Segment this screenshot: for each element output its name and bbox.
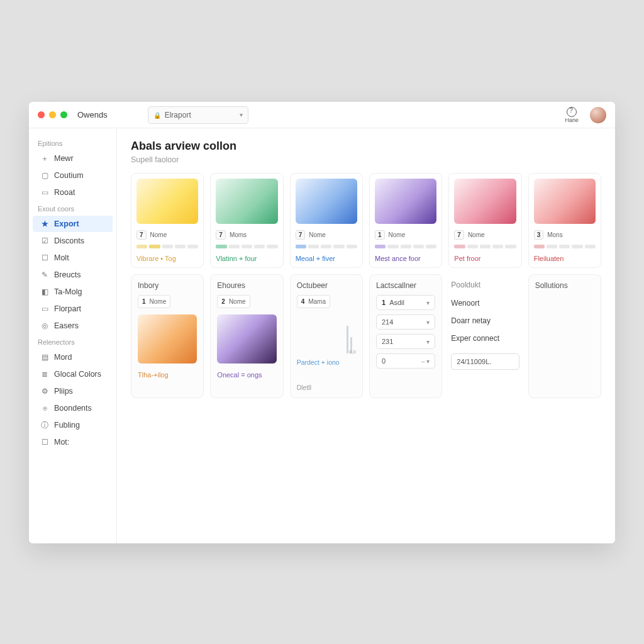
sidebar-item-mewr[interactable]: Mewr <box>33 150 113 167</box>
sidebar-item-boondents[interactable]: Boondents <box>33 400 113 416</box>
card-footer: Vlatinn + four <box>216 255 277 262</box>
card-footer: Meoal + fiver <box>296 255 357 262</box>
panel-link[interactable]: Exper connect <box>451 330 519 347</box>
color-card[interactable]: 7MomsVlatinn + four <box>210 173 283 268</box>
sidebar-item-label: Coutium <box>54 171 84 180</box>
screen-icon <box>40 304 49 313</box>
plus-icon <box>40 154 49 163</box>
panel-line: Pardect + iono <box>297 358 356 366</box>
close-dot[interactable] <box>38 111 45 118</box>
panel-row: Inbory 1 Nome Tlha-+ilog Ehoures 2 Nome <box>131 274 601 398</box>
select-row[interactable]: 0– ▾ <box>376 353 435 369</box>
color-card[interactable]: 3MonsFleiluaten <box>528 173 601 268</box>
sidebar-item-molt[interactable]: Molt <box>33 250 113 266</box>
sidebar-group-label: Epitions <box>29 136 116 150</box>
avatar[interactable] <box>590 107 606 123</box>
card-swatch <box>216 179 277 224</box>
card-footer: Pet froor <box>454 255 516 262</box>
sidebar-item-export[interactable]: Export <box>33 216 113 232</box>
sidebar-item-florpart[interactable]: Florpart <box>33 301 113 317</box>
help-label: Hane <box>565 117 579 123</box>
panel-sub: Dletll <box>297 384 356 391</box>
chevron-down-icon: ▾ <box>426 319 430 326</box>
card-swatch <box>136 179 198 224</box>
card-meter <box>136 245 198 248</box>
sidebar-item-label: Export <box>54 219 79 228</box>
select-row[interactable]: 231▾ <box>376 334 435 349</box>
sidebar-item-breucts[interactable]: Breucts <box>33 267 113 283</box>
color-card[interactable]: 7NomeVibrare • Tog <box>131 173 204 268</box>
info-icon <box>40 421 49 430</box>
select-row[interactable]: 214▾ <box>376 314 435 330</box>
minimize-dot[interactable] <box>49 111 56 118</box>
sidebar-item-label: Boondents <box>54 404 92 413</box>
panel-title: Inbory <box>138 281 197 290</box>
chevron-down-icon: ▾ <box>426 338 430 345</box>
sidebar-item-mord[interactable]: Mord <box>33 349 113 365</box>
zoom-dot[interactable] <box>60 111 67 118</box>
color-card[interactable]: 7NomePet froor <box>448 173 521 268</box>
sidebar-item-label: Molt <box>54 253 69 262</box>
inbox-icon <box>40 253 49 262</box>
sidebar-item-easers[interactable]: Easers <box>33 318 113 334</box>
card-footer: Mest ance foor <box>375 255 436 262</box>
lock-icon <box>153 111 161 119</box>
titlebar: Owends Elraport ▾ Hane <box>29 102 615 128</box>
square-icon <box>40 171 49 180</box>
sidebar-item-glocal-colors[interactable]: Glocal Colors <box>33 366 113 382</box>
panel-input[interactable]: 24/11009L. <box>451 353 519 370</box>
body: EpitionsMewrCoutiumRooatExout coorsExpor… <box>29 128 615 543</box>
panel-title: Octubeer <box>297 281 356 290</box>
panel-link[interactable]: Doarr netay <box>451 312 519 330</box>
panel-ehoures[interactable]: Ehoures 2 Nome Onecal = ongs <box>210 274 283 398</box>
sidebar-item-pliips[interactable]: Pliips <box>33 383 113 399</box>
panel-pooldukt: Pooldukt WenoortDoarr netayExper connect… <box>448 274 521 398</box>
card-badge: 7Nome <box>136 230 198 240</box>
card-meter <box>375 245 436 248</box>
sidebar-item-mot-[interactable]: Mot: <box>33 434 113 450</box>
header-dropdown[interactable]: Elraport ▾ <box>148 106 248 124</box>
panel-swatch <box>217 314 276 364</box>
sidebar-item-disconts[interactable]: Disconts <box>33 233 113 249</box>
panel-badge: 2 Nome <box>217 295 250 308</box>
sidebar-item-label: Disconts <box>54 236 84 245</box>
sidebar-item-label: Mord <box>54 353 72 362</box>
sidebar-item-label: Rooat <box>54 188 75 197</box>
card-meter <box>216 245 277 248</box>
panel-octubeer[interactable]: Octubeer 4 Mama 0,0 Pardect + iono Dletl… <box>290 274 363 398</box>
panel-link[interactable]: Wenoort <box>451 294 519 312</box>
sidebar-item-label: Glocal Colors <box>54 370 101 379</box>
out-icon <box>40 438 49 447</box>
panel-title: Sollutions <box>535 281 594 290</box>
sidebar-item-label: Ta-Molg <box>54 287 82 296</box>
sidebar-item-label: Breucts <box>54 270 80 279</box>
card-footer: Vibrare • Tog <box>136 255 198 262</box>
sidebar-group-label: Relenectors <box>29 335 116 348</box>
app-window: Owends Elraport ▾ Hane EpitionsMewrCouti… <box>29 102 615 543</box>
chevron-down-icon: – ▾ <box>421 358 430 365</box>
select-row[interactable]: 1Asdil▾ <box>376 295 435 310</box>
panel-links: WenoortDoarr netayExper connect <box>451 294 519 347</box>
page-title: Abals arview collon <box>131 140 601 153</box>
card-badge: 3Mons <box>534 230 596 240</box>
sidebar-item-coutium[interactable]: Coutium <box>33 167 113 184</box>
help-button[interactable]: Hane <box>565 107 579 123</box>
sidebar-group-label: Exout coors <box>29 201 116 215</box>
panel-badge: 1 Nome <box>138 295 170 308</box>
panel-inbory[interactable]: Inbory 1 Nome Tlha-+ilog <box>131 274 204 398</box>
chevron-down-icon: ▾ <box>426 299 430 306</box>
header-dropdown-label: Elraport <box>165 111 191 119</box>
sidebar-item-fubling[interactable]: Fubling <box>33 417 113 433</box>
card-swatch <box>296 179 357 224</box>
panel-sollutions[interactable]: Sollutions <box>528 274 601 398</box>
sidebar-item-label: Mot: <box>54 438 69 447</box>
book-icon <box>40 188 49 197</box>
sidebar-item-ta-molg[interactable]: Ta-Molg <box>33 284 113 300</box>
bars-icon <box>40 353 49 362</box>
sidebar-item-label: Fubling <box>54 421 80 430</box>
card-swatch <box>454 179 516 224</box>
color-card[interactable]: 1NomeMest ance foor <box>369 173 442 268</box>
panel-footer: Onecal = ongs <box>217 371 276 379</box>
sidebar-item-rooat[interactable]: Rooat <box>33 184 113 201</box>
color-card[interactable]: 7NomeMeoal + fiver <box>290 173 363 268</box>
